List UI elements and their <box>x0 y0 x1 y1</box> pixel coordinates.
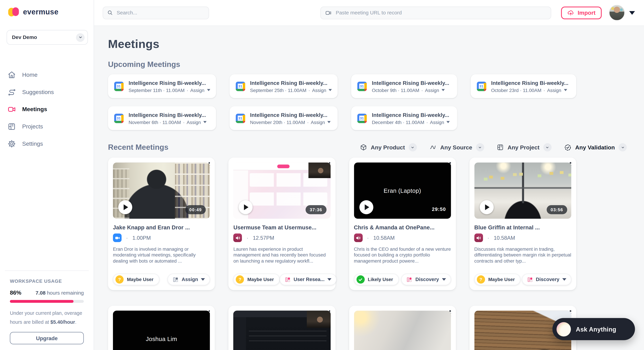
upcoming-meeting-card[interactable]: 31 Intelligence Rising Bi-weekly... Sept… <box>230 74 338 98</box>
play-button[interactable] <box>359 200 373 214</box>
sidebar-item-home[interactable]: Home <box>0 66 94 83</box>
upcoming-meeting-card[interactable]: 31 Intelligence Rising Bi-weekly... Nove… <box>108 106 216 130</box>
workspace-selector[interactable]: Dev Demo <box>6 30 88 45</box>
sidebar-item-settings[interactable]: Settings <box>0 135 94 152</box>
main-area: Import Meetings Upcoming Meetings 31 Int… <box>94 0 644 350</box>
assign-dropdown[interactable]: Assign <box>425 88 439 92</box>
user-status-label: Maybe User <box>248 277 274 282</box>
duration-badge: 00:49 <box>185 205 206 214</box>
play-button[interactable] <box>480 200 494 214</box>
user-status-pill[interactable]: ? Maybe User <box>113 274 159 285</box>
webcam-overlay <box>308 162 330 178</box>
filter-label: Any Validation <box>575 144 615 151</box>
upcoming-meeting-card[interactable]: 31 Intelligence Rising Bi-weekly... Octo… <box>470 74 576 98</box>
meeting-datetime: October 23rd · 11.00AM <box>491 88 542 92</box>
search-input-box[interactable] <box>103 6 209 19</box>
filter-any-validation[interactable]: Any Validation <box>564 143 627 151</box>
meeting-datetime: December 4th · 11.00AM <box>372 120 424 124</box>
user-status-pill[interactable]: ? Maybe User <box>233 274 280 285</box>
user-status-pill[interactable]: Likely User <box>354 274 399 285</box>
duration-badge: 37:36 <box>306 205 326 214</box>
filter-label: Any Project <box>508 144 540 151</box>
meeting-title[interactable]: Blue Griffin at Internal ... <box>474 225 571 231</box>
upcoming-meeting-card[interactable]: 31 Intelligence Rising Bi-weekly... Sept… <box>108 74 216 98</box>
usage-hours-value: 7.08 <box>36 290 46 296</box>
ask-anything-button[interactable]: Ask Anything <box>552 318 635 340</box>
video-thumbnail[interactable] <box>233 311 330 350</box>
duration-badge: 03:56 <box>546 205 567 214</box>
meeting-description: Chris is the CEO and founder of a new ve… <box>354 246 451 264</box>
meeting-subtitle: December 4th · 11.00AM · Assign <box>372 120 450 124</box>
assign-dropdown[interactable]: Assign <box>187 120 201 124</box>
meeting-title: Intelligence Rising Bi-weekly... <box>372 112 450 118</box>
source-wave-icon <box>429 144 436 151</box>
play-button[interactable] <box>239 200 253 214</box>
triangle-down-icon <box>564 89 567 91</box>
assign-dropdown[interactable]: Assign <box>430 120 444 124</box>
assign-dropdown[interactable]: Assign <box>547 88 561 92</box>
google-calendar-icon: 31 <box>357 81 368 91</box>
sidebar-item-meetings[interactable]: Meetings <box>0 100 94 118</box>
user-avatar[interactable] <box>609 5 625 20</box>
upcoming-meeting-card[interactable]: 31 Intelligence Rising Bi-weekly... Nove… <box>230 106 338 130</box>
upcoming-meeting-card[interactable]: 31 Intelligence Rising Bi-weekly... Dece… <box>351 106 457 130</box>
video-thumbnail[interactable]: Joshua Lim <box>113 311 210 350</box>
filter-any-project[interactable]: Any Project <box>496 143 552 151</box>
thumbnail-decor <box>277 164 290 168</box>
upcoming-meeting-card[interactable]: 31 Intelligence Rising Bi-weekly... Octo… <box>351 74 457 98</box>
upgrade-button[interactable]: Upgrade <box>10 332 84 345</box>
video-thumbnail[interactable] <box>354 311 451 350</box>
sidebar-item-suggestions[interactable]: Suggestions <box>0 83 94 101</box>
import-button[interactable]: Import <box>561 6 602 19</box>
meeting-subtitle: October 9th · 11.00AM · Assign <box>372 88 449 92</box>
upcoming-meetings-heading: Upcoming Meetings <box>108 60 644 69</box>
video-thumbnail[interactable]: Eran (Laptop) 29:50 <box>354 162 451 219</box>
meeting-title[interactable]: Chris & Amanda at OnePane... <box>354 225 451 231</box>
suggestions-route-icon <box>8 88 16 96</box>
page-content: Meetings Upcoming Meetings 31 Intelligen… <box>94 26 644 350</box>
meeting-title[interactable]: Jake Knapp and Eran Dror ... <box>113 225 210 231</box>
thumbnail-decor <box>489 176 493 179</box>
meeting-card <box>228 306 335 350</box>
meeting-title: Intelligence Rising Bi-weekly... <box>250 112 331 118</box>
account-caret-down-icon[interactable] <box>629 11 635 14</box>
kanban-icon-pink <box>406 276 412 282</box>
assign-dropdown[interactable]: Assign <box>190 88 204 92</box>
play-button[interactable] <box>118 200 132 214</box>
filters-bar: Any Product Any Source Any Project <box>360 143 627 151</box>
assign-dropdown[interactable]: Assign <box>312 88 326 92</box>
meeting-meta: · 10.58AM <box>354 233 451 242</box>
user-status-pill[interactable]: ? Maybe User <box>474 274 520 285</box>
video-thumbnail[interactable]: 00:49 <box>113 162 210 219</box>
dot-separator: · <box>544 88 545 92</box>
video-thumbnail[interactable]: 37:36 <box>233 162 330 219</box>
meeting-datetime: September 11th · 11.00AM <box>128 88 184 92</box>
filter-any-source[interactable]: Any Source <box>429 143 484 151</box>
assign-project-dropdown[interactable]: Assign <box>168 274 210 285</box>
filter-any-product[interactable]: Any Product <box>360 143 417 151</box>
project-label: User Resea... <box>294 277 324 282</box>
project-dropdown[interactable]: Discovery <box>401 274 451 285</box>
recent-meetings-grid: 00:49 Jake Knapp and Eran Dror ... · 1.0… <box>108 158 576 350</box>
project-dropdown[interactable]: Discovery <box>522 274 572 285</box>
dot-separator: · <box>307 120 308 124</box>
paste-meeting-url-input[interactable] <box>336 10 547 15</box>
meeting-card: 03:56 Blue Griffin at Internal ... · 10.… <box>469 158 576 290</box>
webcam-overlay <box>306 311 330 328</box>
sidebar-item-label: Settings <box>22 140 43 147</box>
project-dropdown[interactable]: User Resea... <box>280 274 336 285</box>
paste-url-input-box[interactable] <box>320 6 551 19</box>
video-camera-icon <box>8 105 16 113</box>
sidebar-nav: Home Suggestions Meetings Projects <box>0 66 94 152</box>
dot-separator: · <box>126 235 128 241</box>
google-calendar-icon: 31 <box>476 81 487 91</box>
kanban-icon <box>496 144 504 151</box>
sidebar-item-label: Meetings <box>22 106 47 112</box>
search-input[interactable] <box>117 10 204 15</box>
triangle-down-icon <box>207 89 210 91</box>
meeting-title: Intelligence Rising Bi-weekly... <box>372 80 449 86</box>
meeting-title[interactable]: Usermuse Team at Usermuse... <box>233 225 330 231</box>
assign-dropdown[interactable]: Assign <box>311 120 325 124</box>
sidebar-item-projects[interactable]: Projects <box>0 118 94 135</box>
video-thumbnail[interactable]: 03:56 <box>474 162 571 219</box>
